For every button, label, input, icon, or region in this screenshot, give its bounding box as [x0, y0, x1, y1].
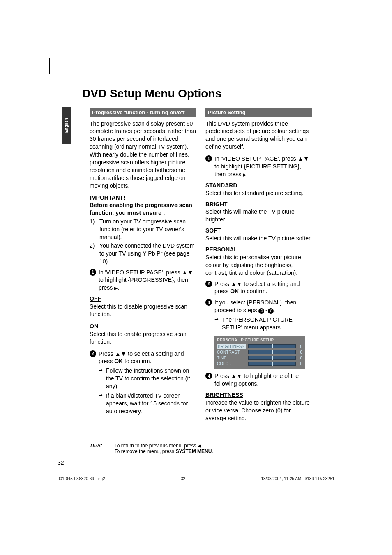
osd-label: COLOR: [217, 361, 246, 367]
language-tab: English: [62, 107, 71, 144]
section-header: Picture Setting: [205, 108, 312, 117]
right-column: Picture Setting This DVD system provides…: [205, 108, 312, 422]
body-text: This DVD system provides three predefine…: [205, 120, 312, 151]
footer-doc-id: 001-045-LX8320-69-Eng2: [58, 477, 105, 481]
play-icon: ▶: [114, 286, 118, 290]
step: 1 In 'VIDEO SETUP PAGE', press ▲▼ to hig…: [90, 269, 196, 292]
system-menu-label: SYSTEM MENU: [175, 449, 212, 454]
crop-mark: [60, 62, 60, 74]
step-text: Press ▲▼ to highlight one of the followi…: [214, 373, 299, 387]
ok-label: OK: [114, 358, 123, 364]
step-text: to confirm.: [239, 288, 267, 295]
subheading: Before enabling the progressive scan fun…: [90, 201, 196, 217]
step: 4 Press ▲▼ to highlight one of the follo…: [205, 372, 312, 388]
footer-timestamp: 13/08/2004, 11:25 AM: [261, 477, 302, 481]
step-number-icon: 2: [205, 281, 212, 287]
important-heading: IMPORTANT!: [90, 194, 196, 202]
language-label: English: [64, 118, 69, 133]
result-text: Follow the instructions shown on the TV …: [99, 367, 196, 390]
step-text: In 'VIDEO SETUP PAGE', press ▲▼ to highl…: [214, 155, 309, 177]
osd-label: CONTRAST: [217, 350, 246, 355]
step-number-icon: 1: [90, 269, 96, 276]
body-text: The progressive scan display present 60 …: [90, 120, 196, 190]
tips-line: .: [201, 443, 202, 449]
list-item: 1) Turn on your TV progressive scan func…: [90, 218, 196, 241]
body-text: Select this to disable progressive scan …: [90, 303, 196, 318]
step-text: .: [118, 284, 119, 291]
step-number-icon: 3: [205, 299, 212, 306]
osd-value: 0: [298, 350, 302, 355]
crop-mark: [343, 477, 359, 493]
list-index: 1): [90, 218, 97, 241]
osd-label: BRIGHTNESS: [217, 344, 246, 350]
tips-text: To return to the previous menu, press ◀.…: [115, 443, 213, 454]
tips-line: To remove the menu, press: [115, 449, 176, 454]
print-footer: 001-045-LX8320-69-Eng2 32 13/08/2004, 11…: [58, 477, 334, 481]
step-number-icon: 1: [205, 155, 212, 162]
step-text: .: [274, 307, 275, 313]
step-text: In 'VIDEO SETUP PAGE', press ▲▼ to highl…: [99, 269, 193, 291]
step-ref-icon: 7: [268, 308, 274, 314]
ok-label: OK: [230, 288, 239, 295]
option-heading: ON: [90, 322, 196, 330]
tips-line: .: [212, 449, 213, 454]
step: 3 If you select {PERSONAL}, then proceed…: [205, 299, 312, 369]
crop-mark: [326, 58, 343, 74]
osd-row: CONTRAST 0: [217, 349, 302, 355]
body-text: Select this will make the TV picture sof…: [205, 235, 312, 242]
osd-title: PERSONAL PICTURE SETUP: [217, 337, 302, 343]
section-header: Progressive function - turning on/off: [90, 108, 196, 117]
footer-right: 13/08/2004, 11:25 AM 3139 115 23251: [261, 477, 335, 481]
crop-mark: [49, 58, 66, 74]
step-text: to confirm.: [123, 358, 151, 364]
option-heading: STANDARD: [205, 182, 312, 189]
list-text: You have connected the DVD system to you…: [99, 242, 196, 265]
body-text: Select this for standard picture setting…: [205, 189, 312, 197]
page-number: 32: [58, 459, 64, 466]
step: 2 Press ▲▼ to select a setting and press…: [90, 350, 196, 415]
result-text: If a blank/distorted TV screen appears, …: [99, 392, 196, 415]
osd-slider: [248, 350, 296, 354]
osd-value: 0: [298, 344, 302, 350]
osd-value: 0: [298, 355, 302, 361]
page: DVD Setup Menu Options English Progressi…: [0, 0, 392, 555]
result-text: The 'PERSONAL PICTURE SETUP' menu appear…: [214, 316, 312, 332]
list-index: 2): [90, 242, 97, 265]
list-text: Turn on your TV progressive scan functio…: [99, 218, 196, 241]
osd-slider: [248, 362, 296, 366]
body-text: Select this will make the TV picture bri…: [205, 208, 312, 223]
step-number-icon: 4: [205, 373, 212, 379]
step: 2 Press ▲▼ to select a setting and press…: [205, 280, 312, 296]
step: 1 In 'VIDEO SETUP PAGE', press ▲▼ to hig…: [205, 155, 312, 178]
osd-slider: [248, 344, 296, 348]
option-heading: PERSONAL: [205, 246, 312, 253]
step-number-icon: 2: [90, 350, 96, 357]
osd-menu-illustration: PERSONAL PICTURE SETUP BRIGHTNESS 0 CONT…: [214, 336, 305, 369]
crop-mark: [33, 477, 49, 493]
osd-row: BRIGHTNESS 0: [217, 343, 302, 349]
tilde: ~: [264, 307, 267, 313]
option-heading: SOFT: [205, 227, 312, 235]
step-text: .: [246, 171, 248, 177]
left-column: Progressive function - turning on/off Th…: [90, 108, 196, 415]
osd-slider: [248, 356, 296, 360]
option-heading: BRIGHTNESS: [205, 391, 312, 399]
footer-code: 3139 115 23251: [305, 477, 334, 481]
step-text: If you select {PERSONAL}, then proceed t…: [214, 299, 296, 313]
body-text: Select this to personalise your picture …: [205, 253, 312, 277]
tips-label: TIPS:: [90, 443, 102, 454]
tips-row: TIPS: To return to the previous menu, pr…: [90, 443, 213, 454]
tips-line: To return to the previous menu, press: [115, 443, 198, 449]
osd-row: COLOR 0: [217, 361, 302, 366]
osd-label: TINT: [217, 355, 246, 361]
option-heading: BRIGHT: [205, 200, 312, 208]
footer-page: 32: [181, 477, 185, 481]
step-ref-icon: 4: [258, 308, 264, 314]
left-icon: ◀: [198, 443, 201, 448]
page-title: DVD Setup Menu Options: [82, 87, 221, 100]
option-heading: OFF: [90, 295, 196, 303]
body-text: Select this to enable progressive scan f…: [90, 330, 196, 346]
osd-value: 0: [298, 361, 302, 367]
list-item: 2) You have connected the DVD system to …: [90, 242, 196, 265]
osd-row: TINT 0: [217, 355, 302, 361]
